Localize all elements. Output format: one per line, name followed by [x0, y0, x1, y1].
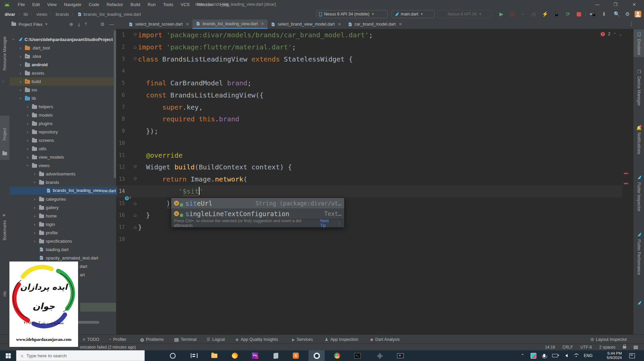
indent-style[interactable]: 2 spaces	[599, 345, 615, 350]
editor-tab[interactable]: select_brand_view_model.dart✕	[267, 19, 345, 29]
tree-item--dart-tool[interactable]: ›.dart_tool	[9, 44, 116, 52]
structure-icon[interactable]: ⸬	[2, 79, 4, 84]
toolbar-todo[interactable]: TODO	[83, 335, 99, 344]
menu-item[interactable]: Tools	[160, 2, 176, 7]
stripe-emulator[interactable]: Emulator	[634, 30, 644, 57]
stripe-flutter-performance[interactable]: Flutter Performance	[634, 232, 644, 275]
fold-marker-icon[interactable]: ⌂	[134, 209, 137, 221]
taskbar-search-input[interactable]: ⌕ Type here to search	[16, 350, 145, 361]
chevron-down-icon[interactable]: ›	[32, 180, 37, 185]
code-line-3[interactable]: 3⌂class BrandsListLeadingView extends St…	[116, 53, 633, 65]
stripe-resource-manager[interactable]: Resource Manager	[0, 32, 9, 75]
chevron-right-icon[interactable]: ›	[19, 71, 23, 76]
chevron-right-icon[interactable]: ›	[19, 45, 23, 50]
taskbar-cortana-button[interactable]	[165, 350, 181, 361]
tree-item-assets[interactable]: ›assets	[9, 69, 116, 77]
tree-item-gallery[interactable]: ›gallery	[9, 203, 116, 212]
completion-item[interactable]: vsingleLineTextConfigurationText…	[171, 208, 344, 219]
taskbar-chrome-button[interactable]	[329, 350, 345, 361]
hide-panel-icon[interactable]: —	[109, 22, 114, 27]
tree-item-screens[interactable]: ›screens	[9, 136, 116, 145]
tree-item-login[interactable]: ›login	[9, 220, 116, 229]
toolbar-services[interactable]: Services	[292, 335, 313, 344]
locate-file-icon[interactable]: ⊕	[69, 22, 73, 27]
editor-tab[interactable]: select_brand_screen.dart✕	[125, 19, 192, 29]
tree-item-c-users-idehpardazanjavan-studioproject[interactable]: ›C:\Users\idehpardazanjavan\StudioProjec…	[9, 35, 116, 44]
menu-item[interactable]: File	[15, 2, 28, 7]
breadcrumb-item[interactable]: brands	[56, 12, 69, 17]
code-line-4[interactable]: 4	[116, 65, 633, 77]
chevron-right-icon[interactable]: ›	[33, 205, 37, 210]
tree-item-views[interactable]: ›views	[9, 161, 116, 170]
notifications-status-icon[interactable]: !	[634, 346, 638, 349]
toolbar-profiler[interactable]: Profiler	[109, 335, 127, 344]
tree-item--idea[interactable]: ›✳.idea	[9, 52, 116, 61]
menu-item[interactable]: Navigate	[61, 2, 84, 7]
toolbar-layout-inspector[interactable]: Layout Inspector	[591, 335, 627, 344]
stop-button[interactable]	[574, 10, 583, 18]
tray-chevron-icon[interactable]: ⌃	[517, 350, 528, 361]
chevron-down-icon[interactable]: ›	[18, 96, 23, 101]
status-message[interactable]: onization failed (2 minutes ago)	[80, 344, 136, 351]
taskbar-xampp-button[interactable]: X	[288, 350, 304, 361]
start-button[interactable]	[0, 350, 16, 361]
device-selector-dropdown[interactable]: Nexus 6 API 34 (mobile)▼	[316, 10, 388, 18]
gauge-button[interactable]: ◷	[529, 10, 538, 18]
running-devices-button[interactable]: 📲	[588, 10, 597, 18]
close-icon[interactable]: ✕	[338, 22, 341, 27]
chevron-right-icon[interactable]: ›	[33, 222, 37, 227]
close-icon[interactable]: ✕	[399, 22, 402, 27]
tray-battery-icon[interactable]	[549, 350, 560, 361]
tree-item-home[interactable]: ›home	[9, 212, 116, 220]
breadcrumb-item[interactable]: brands_list_leading_view.dart	[83, 12, 141, 17]
tray-app-icon[interactable]	[528, 350, 539, 361]
tray-wifi-icon[interactable]	[571, 350, 582, 361]
tree-item-models[interactable]: ›models	[9, 111, 116, 119]
taskbar-android-studio-button[interactable]	[309, 350, 325, 361]
menu-item[interactable]: Code	[86, 2, 102, 7]
close-icon[interactable]: ✕	[261, 22, 264, 26]
next-error-icon[interactable]: ⌃	[619, 32, 622, 36]
completion-item[interactable]: vsiteUrlString (package:divar/ut…	[171, 198, 344, 208]
code-line-12[interactable]: 12⌂ Widget build(BuildContext context) {	[116, 161, 633, 173]
code-line-9[interactable]: 9 });	[116, 125, 633, 137]
close-button[interactable]: ✕	[627, 0, 642, 9]
editor-tab[interactable]: car_brand_model.dart✕	[345, 19, 405, 29]
stripe-flutter[interactable]	[634, 300, 644, 306]
panel-vertical-scrollbar[interactable]	[114, 30, 116, 178]
stripe-device-manager[interactable]: ❒Device Manager	[634, 69, 644, 106]
hot-reload-button[interactable]: ⚡	[541, 10, 549, 18]
hot-restart-button[interactable]: ⟳	[564, 10, 572, 18]
tree-item-advertisements[interactable]: ›advertisements	[9, 170, 116, 178]
menu-item[interactable]: Edit	[29, 2, 43, 7]
tray-clock[interactable]: 5:44 PM 5/9/2024	[607, 350, 622, 361]
inspection-widget[interactable]: ! 2 ⌃ ⌃	[601, 32, 622, 36]
tree-item-profile[interactable]: ›profile	[9, 229, 116, 237]
chevron-down-icon[interactable]: ›	[25, 164, 30, 168]
taskbar-file-explorer-button[interactable]	[206, 350, 222, 361]
taskbar-terminal-button[interactable]: >_	[349, 350, 365, 361]
chevron-right-icon[interactable]: ›	[26, 138, 30, 143]
fold-marker-icon[interactable]: ⌂	[134, 197, 137, 209]
code-editor[interactable]: 1⌂import 'package:divar/models/brands/ca…	[116, 29, 633, 334]
lock-icon[interactable]	[623, 346, 626, 349]
editor-tab[interactable]: brands_list_leading_view.dart✕	[192, 19, 267, 29]
run-button[interactable]: ▶	[497, 10, 506, 18]
chevron-right-icon[interactable]: ›	[33, 239, 37, 244]
taskbar-task-view-button[interactable]	[186, 350, 202, 361]
stripe-flutter-inspector[interactable]: Flutter Inspector	[634, 175, 644, 211]
code-line-11[interactable]: 11 @override	[116, 149, 633, 161]
expand-all-icon[interactable]: ⤒	[85, 22, 87, 27]
chevron-right-icon[interactable]: ›	[26, 113, 30, 118]
tray-language[interactable]: ENG	[582, 350, 595, 361]
toolbar-dart-analysis[interactable]: Dart Analysis	[370, 335, 400, 344]
device-manager-button[interactable]: ⬇	[600, 10, 608, 18]
fold-marker-icon[interactable]: ⌂	[134, 161, 137, 173]
code-line-18[interactable]: 18	[116, 233, 633, 245]
tree-item-specifications[interactable]: ›specifications	[9, 237, 116, 245]
toolbar-problems[interactable]: Problems	[140, 335, 164, 344]
tree-item-view-models[interactable]: ›view_models	[9, 153, 116, 161]
settings-button[interactable]: ⚙	[623, 10, 632, 18]
fold-marker-icon[interactable]: ⌂	[134, 29, 137, 41]
menu-item[interactable]: Run	[145, 2, 159, 7]
